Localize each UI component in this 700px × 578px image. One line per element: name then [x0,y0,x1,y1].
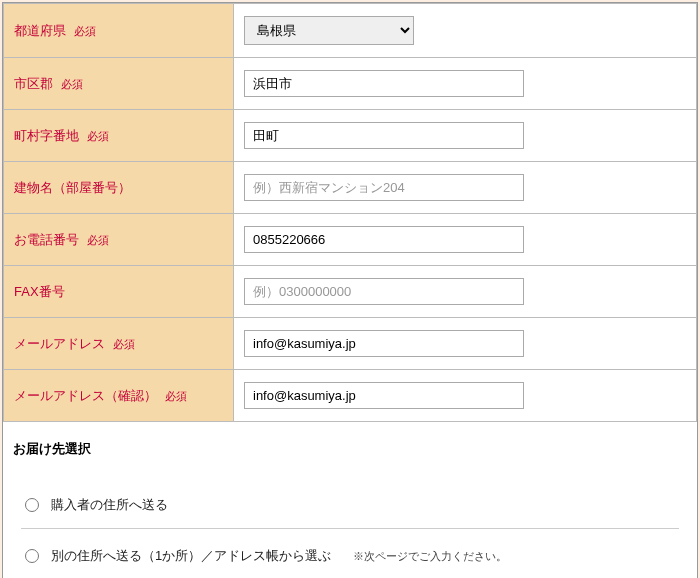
town-input[interactable] [244,122,524,149]
phone-label-text: お電話番号 [14,232,79,247]
delivery-option-hint: ※次ページでご入力ください。 [353,549,507,564]
town-label-text: 町村字番地 [14,128,79,143]
required-mark: 必須 [61,78,83,90]
phone-cell [234,214,697,266]
delivery-radio-other[interactable] [25,549,39,563]
required-mark: 必須 [87,130,109,142]
required-mark: 必須 [165,390,187,402]
email-label: メールアドレス 必須 [4,318,234,370]
phone-label: お電話番号 必須 [4,214,234,266]
separator [21,528,679,529]
delivery-option-label: 購入者の住所へ送る [51,496,168,514]
city-label-text: 市区郡 [14,76,53,91]
prefecture-label-text: 都道府県 [14,23,66,38]
email-confirm-input[interactable] [244,382,524,409]
delivery-radio-purchaser[interactable] [25,498,39,512]
phone-input[interactable] [244,226,524,253]
delivery-option-label: 別の住所へ送る（1か所）／アドレス帳から選ぶ [51,547,331,565]
town-cell [234,110,697,162]
prefecture-label: 都道府県 必須 [4,4,234,58]
delivery-option-other[interactable]: 別の住所へ送る（1か所）／アドレス帳から選ぶ ※次ページでご入力ください。 [21,539,679,573]
email-input[interactable] [244,330,524,357]
fax-label: FAX番号 [4,266,234,318]
required-mark: 必須 [87,234,109,246]
email-confirm-label: メールアドレス（確認） 必須 [4,370,234,422]
delivery-option-purchaser[interactable]: 購入者の住所へ送る [21,488,679,522]
building-cell [234,162,697,214]
fax-label-text: FAX番号 [14,284,65,299]
building-label-text: 建物名（部屋番号） [14,180,131,195]
building-label: 建物名（部屋番号） [4,162,234,214]
email-confirm-cell [234,370,697,422]
delivery-options-box: 購入者の住所へ送る 別の住所へ送る（1か所）／アドレス帳から選ぶ ※次ページでご… [11,470,689,578]
address-form-table: 都道府県 必須 島根県 市区郡 必須 町村字番地 必須 [3,3,697,422]
prefecture-cell: 島根県 [234,4,697,58]
email-confirm-label-text: メールアドレス（確認） [14,388,157,403]
required-mark: 必須 [113,338,135,350]
town-label: 町村字番地 必須 [4,110,234,162]
email-label-text: メールアドレス [14,336,105,351]
building-input[interactable] [244,174,524,201]
city-label: 市区郡 必須 [4,58,234,110]
delivery-section-title: お届け先選択 [3,422,697,466]
fax-input[interactable] [244,278,524,305]
prefecture-select[interactable]: 島根県 [244,16,414,45]
city-cell [234,58,697,110]
required-mark: 必須 [74,25,96,37]
email-cell [234,318,697,370]
fax-cell [234,266,697,318]
city-input[interactable] [244,70,524,97]
form-container: 都道府県 必須 島根県 市区郡 必須 町村字番地 必須 [2,2,698,578]
